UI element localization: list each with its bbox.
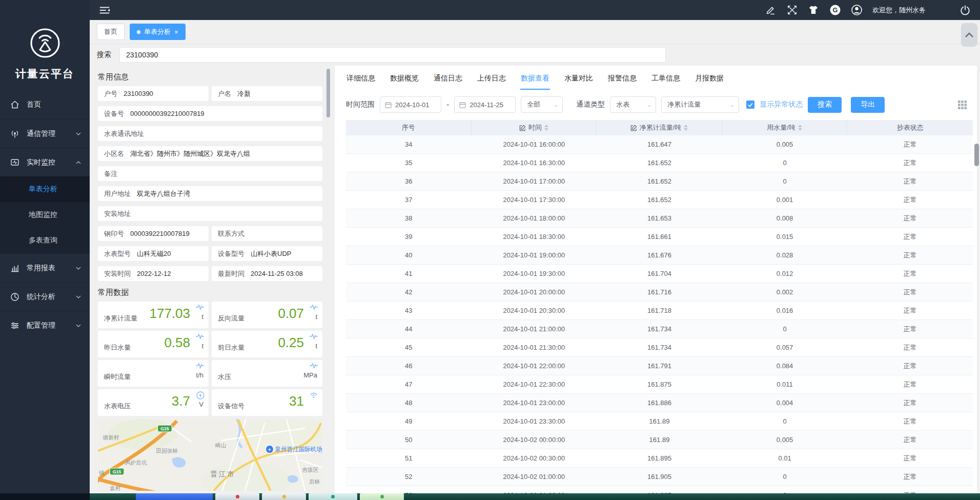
- cell-usage: 0.01: [722, 449, 848, 467]
- edit-icon[interactable]: [765, 5, 776, 16]
- col-header-usage[interactable]: 用水量/吨: [722, 120, 848, 135]
- detail-tab[interactable]: 数据概览: [390, 72, 419, 90]
- cell-index: 52: [346, 468, 472, 486]
- show-abnormal-checkbox[interactable]: [746, 101, 754, 109]
- map-label: 吉坂区: [302, 467, 319, 473]
- detail-tab[interactable]: 详细信息: [346, 72, 376, 90]
- app-icon: [236, 495, 239, 498]
- date-to-input[interactable]: 2024-11-25: [454, 96, 516, 113]
- cell-index: 49: [346, 412, 472, 430]
- fullscreen-icon[interactable]: [786, 5, 798, 16]
- col-header-cumulative-flow[interactable]: 净累计流量/吨: [597, 120, 722, 135]
- search-row: 搜索: [90, 44, 980, 66]
- stat-value: 177.03: [149, 306, 190, 322]
- field-label: 备注: [104, 169, 117, 178]
- location-map[interactable]: G15 G15 塘新村 田园张林 崎山 风炉后坑 镇 晋江市 后林 袁村 吉坂区: [98, 419, 322, 491]
- theme-tshirt-icon[interactable]: [808, 5, 819, 16]
- sidebar-item-reports[interactable]: 常用报表: [0, 253, 90, 282]
- sidebar-subitem-single-meter-analysis[interactable]: 单表分析: [0, 176, 90, 202]
- chevron-down-icon: ⌄: [549, 102, 558, 108]
- field-label: 安装时间: [104, 269, 131, 278]
- taskbar-app-button[interactable]: [136, 493, 213, 500]
- cell-index: 35: [346, 154, 472, 172]
- stat-unit: MPa: [303, 371, 317, 379]
- detail-tab[interactable]: 上传日志: [477, 72, 506, 90]
- page-scrollbar-thumb[interactable]: [974, 144, 979, 166]
- sidebar-item-statistics[interactable]: 统计分析: [0, 282, 90, 311]
- date-from-input[interactable]: 2024-10-01: [380, 96, 441, 113]
- sort-icons[interactable]: [684, 125, 688, 131]
- close-tab-icon[interactable]: ×: [174, 29, 178, 35]
- metric-select[interactable]: 净累计流量 ⌄: [661, 96, 739, 113]
- cell-usage: 0.005: [722, 135, 848, 153]
- sidebar-item-realtime-monitor[interactable]: 实时监控: [0, 148, 90, 176]
- detail-tab[interactable]: 水量对比: [564, 72, 594, 90]
- table-row: 40 2024-10-01 19:00:00 161.676 0.028 正常: [346, 246, 973, 265]
- info-field: 联系方式: [212, 226, 322, 241]
- show-abnormal-label[interactable]: 显示异常状态: [760, 100, 803, 109]
- sidebar-menu: 首页 通信管理 实时监控 单表分析 地图监控 多表查询 常用报表: [0, 90, 90, 339]
- range-select[interactable]: 全部 ⌄: [521, 96, 563, 113]
- range-select-value: 全部: [527, 100, 540, 109]
- detail-tab[interactable]: 月报数据: [695, 72, 724, 90]
- table-row: 50 2024-10-02 00:00:00 161.89 0.005 正常: [346, 431, 973, 449]
- table-row: 43 2024-10-01 20:30:00 161.718 0.016 正常: [346, 302, 973, 320]
- cell-cumulative-flow: 161.652: [597, 172, 722, 190]
- taskbar-app-button[interactable]: [360, 493, 404, 500]
- cell-usage: 0: [722, 172, 848, 190]
- channel-select[interactable]: 水表 ⌄: [610, 96, 656, 113]
- sort-icons[interactable]: [798, 125, 802, 131]
- table-row: 45 2024-10-01 21:30:00 161.734 0.057 正常: [346, 338, 973, 357]
- topbar-actions: G 欢迎您，随州水务: [765, 5, 971, 16]
- field-label: 安装地址: [104, 209, 131, 218]
- col-label: 序号: [402, 123, 415, 132]
- info-field: 备注: [98, 166, 322, 181]
- cell-status: 正常: [847, 154, 973, 172]
- cell-time: 2024-10-02 01:00:00: [472, 468, 597, 486]
- sort-icons[interactable]: [544, 125, 548, 131]
- date-from-value: 2024-10-01: [395, 101, 430, 109]
- svg-text:✈: ✈: [268, 447, 271, 452]
- stat-card: 反向流量 0.07 t: [212, 302, 322, 328]
- col-label: 用水量/吨: [767, 123, 795, 132]
- search-input[interactable]: [119, 47, 666, 63]
- collapse-menu-icon[interactable]: [99, 5, 110, 16]
- detail-tab[interactable]: 报警信息: [607, 72, 637, 90]
- g-logo-icon[interactable]: G: [829, 5, 841, 16]
- detail-tabs: 详细信息数据概览通信日志上传日志数据查看水量对比报警信息工单信息月报数据: [346, 70, 973, 90]
- taskbar-start-area[interactable]: [0, 493, 90, 500]
- tab-pill-single-meter-analysis[interactable]: 单表分析 ×: [130, 24, 186, 40]
- detail-tab[interactable]: 数据查看: [520, 72, 550, 90]
- sidebar-subitem-map-monitor[interactable]: 地图监控: [0, 202, 90, 228]
- search-button[interactable]: 搜索: [808, 97, 842, 113]
- column-settings-grid-icon[interactable]: [958, 101, 967, 109]
- scroll-to-top-button[interactable]: [961, 23, 977, 47]
- field-value: 冷新: [237, 89, 251, 98]
- field-value: 00000000392210007819: [130, 110, 205, 117]
- tab-pill-label: 首页: [104, 27, 117, 36]
- info-panel-scrollbar[interactable]: [326, 69, 330, 117]
- info-field: 用户地址 双龙寺八组台子湾: [98, 186, 322, 201]
- sidebar-item-home[interactable]: 首页: [0, 90, 90, 119]
- sidebar-item-configuration[interactable]: 配置管理: [0, 311, 90, 339]
- col-header-time[interactable]: 时间: [472, 120, 597, 135]
- detail-tab[interactable]: 通信日志: [433, 72, 463, 90]
- stat-card: 设备信号 31: [212, 389, 322, 416]
- sidebar-subitem-multi-meter-query[interactable]: 多表查询: [0, 228, 90, 253]
- cell-time: 2024-10-01 18:00:00: [472, 209, 597, 227]
- field-label: 设备型号: [218, 249, 244, 258]
- power-icon[interactable]: [959, 5, 971, 16]
- user-avatar-icon[interactable]: [851, 5, 862, 16]
- tab-pill-home[interactable]: 首页: [97, 24, 125, 40]
- sidebar-item-label: 常用报表: [27, 264, 55, 273]
- taskbar-app-button[interactable]: [262, 493, 306, 500]
- sidebar-item-communication[interactable]: 通信管理: [0, 119, 90, 148]
- cell-cumulative-flow: 161.652: [597, 154, 722, 172]
- export-button[interactable]: 导出: [851, 97, 885, 113]
- realtime-monitor-submenu: 单表分析 地图监控 多表查询: [0, 176, 90, 253]
- cell-time: 2024-10-01 16:00:00: [472, 135, 597, 153]
- taskbar-app-button[interactable]: [215, 493, 259, 500]
- taskbar-app-button[interactable]: [309, 493, 357, 500]
- detail-tab[interactable]: 工单信息: [651, 72, 681, 90]
- field-value: 2024-11-25 03:08: [251, 270, 303, 277]
